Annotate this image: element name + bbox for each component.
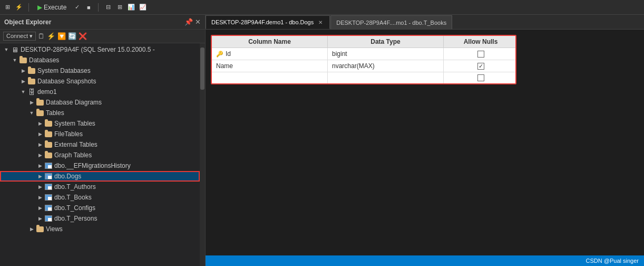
folder-externaltables-icon xyxy=(44,140,53,149)
expander-t-books[interactable]: ▶ xyxy=(36,193,44,202)
tree-item-dbo-t-books[interactable]: ▶ dbo.T_Books xyxy=(0,192,200,203)
tree-item-dbo-t-persons[interactable]: ▶ dbo.T_Persons xyxy=(0,213,200,224)
folder-systables-icon xyxy=(44,119,53,128)
oe-title: Object Explorer xyxy=(4,18,51,26)
funnel-icon[interactable]: 🔽 xyxy=(57,32,66,40)
empty-nulls-cell[interactable] xyxy=(444,72,518,83)
graph-tables-label: Graph Tables xyxy=(54,151,92,159)
expander-demo1[interactable]: ▼ xyxy=(19,88,27,96)
name-name-cell[interactable]: Name xyxy=(212,60,328,72)
expander-external-tables[interactable]: ▶ xyxy=(36,140,44,149)
external-tables-label: External Tables xyxy=(54,141,97,148)
id-name-cell[interactable]: 🔑 Id xyxy=(212,48,328,60)
execute-button[interactable]: ▶ Execute xyxy=(34,3,70,12)
folder-views-icon xyxy=(36,225,44,233)
tab-dogs-close[interactable]: ✕ xyxy=(317,18,324,26)
table-tauthors-icon xyxy=(44,183,53,191)
server-icon: 🖥 xyxy=(11,45,19,54)
expander-server[interactable]: ▼ xyxy=(2,45,11,54)
tree-item-dbo-t-configs[interactable]: ▶ dbo.T_Configs xyxy=(0,203,200,213)
file-tables-label: FileTables xyxy=(54,130,83,138)
id-datatype-cell[interactable]: bigint xyxy=(328,48,444,60)
tree-item-databases[interactable]: ▼ Databases xyxy=(0,55,200,65)
tab-books-label: DESKTOP-28P9A4F....mo1 - dbo.T_Books xyxy=(336,20,446,26)
pin-icon[interactable]: 📌 xyxy=(184,18,193,26)
id-allow-nulls-checkbox[interactable] xyxy=(477,51,484,58)
empty-datatype-cell[interactable] xyxy=(328,72,444,83)
object-explorer-tree: ▼ 🖥 DESKTOP-28P9A4F (SQL Server 15.0.200… xyxy=(0,43,200,266)
tree-item-graph-tables[interactable]: ▶ Graph Tables xyxy=(0,150,200,160)
table-tbooks-icon xyxy=(44,193,53,202)
empty-name-cell[interactable] xyxy=(212,72,328,83)
connect-button[interactable]: Connect ▾ xyxy=(3,32,36,41)
name-nulls-cell[interactable]: ✓ xyxy=(444,60,518,72)
tree-item-system-tables[interactable]: ▶ System Tables xyxy=(0,118,200,129)
efmigrations-label: dbo.__EFMigrationsHistory xyxy=(54,162,131,169)
folder-filetables-icon xyxy=(44,130,53,138)
oe-scrollbar[interactable] xyxy=(200,43,205,266)
column-name-header: Column Name xyxy=(212,36,328,48)
name-name-value: Name xyxy=(216,62,233,70)
expander-diagrams[interactable]: ▶ xyxy=(27,98,36,107)
folder-snapshots-icon xyxy=(27,77,36,86)
data-type-header: Data Type xyxy=(328,36,444,48)
tree-item-system-databases[interactable]: ▶ System Databases xyxy=(0,65,200,76)
oe-header-icons: 📌 ✕ xyxy=(184,18,201,26)
expander-databases[interactable]: ▼ xyxy=(11,56,19,64)
tab-dogs-label: DESKTOP-28P9A4F.demo1 - dbo.Dogs xyxy=(211,19,314,25)
new-query-icon[interactable]: 🗒 xyxy=(38,32,45,40)
tree-item-file-tables[interactable]: ▶ FileTables xyxy=(0,129,200,139)
refresh-icon[interactable]: 🔄 xyxy=(68,32,76,40)
empty-allow-nulls-checkbox[interactable] xyxy=(477,74,484,81)
name-datatype-value: nvarchar(MAX) xyxy=(332,62,375,70)
designer-row-id: 🔑 Id bigint xyxy=(212,48,515,60)
attribution-text: CSDN @Pual singer xyxy=(586,258,639,264)
oe-toolbar: Connect ▾ 🗒 ⚡ 🔽 🔄 ❌ xyxy=(0,30,205,43)
expander-snapshots[interactable]: ▶ xyxy=(19,77,27,86)
table-tpersons-icon xyxy=(44,214,53,223)
expander-sys-tables[interactable]: ▶ xyxy=(36,119,44,128)
tree-item-db-snapshots[interactable]: ▶ Database Snapshots xyxy=(0,76,200,87)
filter-icon-oe[interactable]: ⚡ xyxy=(47,32,55,40)
delete-icon[interactable]: ❌ xyxy=(79,32,87,40)
expander-t-authors[interactable]: ▶ xyxy=(36,183,44,191)
tree-item-external-tables[interactable]: ▶ External Tables xyxy=(0,139,200,150)
db-diagrams-label: Database Diagrams xyxy=(46,99,102,106)
tree-item-tables[interactable]: ▼ Tables xyxy=(0,108,200,118)
tree-item-db-diagrams[interactable]: ▶ Database Diagrams xyxy=(0,97,200,108)
name-datatype-cell[interactable]: nvarchar(MAX) xyxy=(328,60,444,72)
name-allow-nulls-checkbox[interactable]: ✓ xyxy=(477,63,484,70)
tree-item-server[interactable]: ▼ 🖥 DESKTOP-28P9A4F (SQL Server 15.0.200… xyxy=(0,44,200,55)
columns-icon: ⊟ xyxy=(104,3,112,12)
tabs-bar: DESKTOP-28P9A4F.demo1 - dbo.Dogs ✕ DESKT… xyxy=(206,15,644,30)
server-label: DESKTOP-28P9A4F (SQL Server 15.0.2000.5 … xyxy=(21,46,155,53)
expander-efmigrations[interactable]: ▶ xyxy=(36,162,44,170)
oe-scrollbar-thumb[interactable] xyxy=(200,48,204,90)
expander-tables[interactable]: ▼ xyxy=(27,109,36,117)
expander-system-db[interactable]: ▶ xyxy=(19,66,27,75)
expander-t-persons[interactable]: ▶ xyxy=(36,214,44,223)
expander-t-configs[interactable]: ▶ xyxy=(36,204,44,212)
object-explorer-panel: Object Explorer 📌 ✕ Connect ▾ 🗒 ⚡ 🔽 🔄 ❌ … xyxy=(0,15,206,266)
tab-books[interactable]: DESKTOP-28P9A4F....mo1 - dbo.T_Books xyxy=(330,15,452,29)
tree-item-demo1[interactable]: ▼ 🗄 demo1 xyxy=(0,87,200,97)
tree-item-views[interactable]: ▶ Views xyxy=(0,224,200,234)
tree-item-efmigrations[interactable]: ▶ dbo.__EFMigrationsHistory xyxy=(0,160,200,171)
tab-dogs[interactable]: DESKTOP-28P9A4F.demo1 - dbo.Dogs ✕ xyxy=(206,15,330,29)
expander-file-tables[interactable]: ▶ xyxy=(36,130,44,138)
tree-item-dbo-t-authors[interactable]: ▶ dbo.T_Authors xyxy=(0,182,200,192)
close-icon[interactable]: ✕ xyxy=(195,18,201,26)
stop-icon: ■ xyxy=(84,3,93,12)
expander-graph-tables[interactable]: ▶ xyxy=(36,151,44,159)
views-label: Views xyxy=(46,225,63,233)
id-datatype-value: bigint xyxy=(332,50,347,58)
folder-sysdb-icon xyxy=(27,66,36,75)
designer-header-row: Column Name Data Type Allow Nulls xyxy=(212,36,515,48)
expander-dbo-dogs[interactable]: ▶ xyxy=(36,172,44,180)
expander-views[interactable]: ▶ xyxy=(27,225,36,233)
id-nulls-cell[interactable] xyxy=(444,48,518,60)
tree-item-dbo-dogs[interactable]: ▶ dbo.Dogs xyxy=(0,171,200,182)
designer-row-empty xyxy=(212,72,515,83)
main-layout: Object Explorer 📌 ✕ Connect ▾ 🗒 ⚡ 🔽 🔄 ❌ … xyxy=(0,15,644,266)
table-designer: Column Name Data Type Allow Nulls 🔑 Id b… xyxy=(206,30,644,266)
